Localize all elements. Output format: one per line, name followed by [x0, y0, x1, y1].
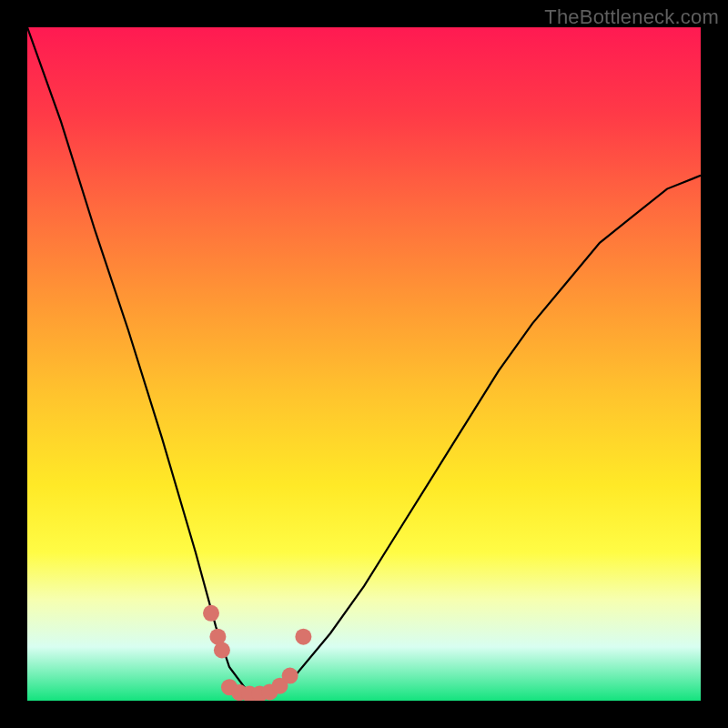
plot-area [27, 27, 701, 701]
bottleneck-curve [27, 27, 701, 694]
credit-label: TheBottleneck.com [544, 5, 719, 29]
chart-stage: TheBottleneck.com [0, 0, 728, 728]
curve-marker [295, 629, 311, 645]
curve-svg [27, 27, 701, 701]
curve-markers [203, 605, 311, 701]
curve-marker [282, 668, 298, 684]
curve-marker [214, 642, 230, 659]
curve-marker [203, 605, 219, 622]
